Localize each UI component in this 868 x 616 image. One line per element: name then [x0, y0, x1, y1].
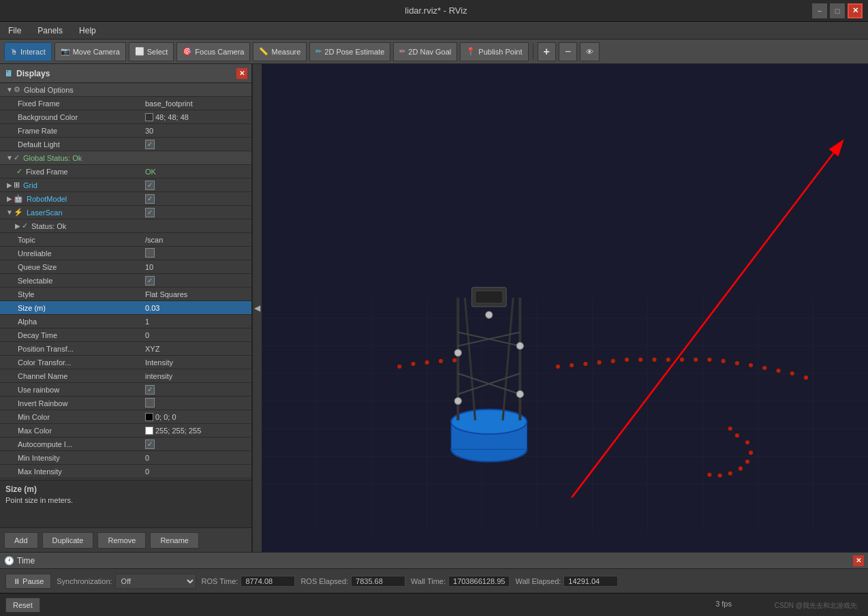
tree-row[interactable]: Background Color 48; 48; 48 [0, 110, 251, 124]
checkbox-laserscan[interactable] [145, 208, 155, 217]
tree-row[interactable]: Invert Rainbow [0, 397, 251, 410]
robot-icon: 🤖 [14, 194, 23, 203]
close-button[interactable]: ✕ [848, 3, 863, 18]
measure-icon: 📏 [259, 47, 268, 56]
panel-collapse-arrow[interactable]: ◀ [252, 64, 262, 552]
svg-point-38 [583, 362, 587, 366]
tree-row[interactable]: Min Color 0; 0; 0 [0, 410, 251, 424]
add-button[interactable]: Add [4, 532, 38, 549]
svg-point-41 [625, 358, 629, 362]
checkbox-invert-rainbow[interactable] [145, 398, 155, 407]
maximize-button[interactable]: □ [830, 3, 845, 18]
tree-row-size[interactable]: Size (m) 0.03 [0, 301, 251, 315]
menu-help[interactable]: Help [75, 25, 100, 37]
displays-close-button[interactable]: ✕ [236, 68, 247, 79]
toolbar-2d-nav[interactable]: ✏ 2D Nav Goal [393, 42, 457, 61]
tree-row[interactable]: Selectable [0, 274, 251, 288]
checkbox-autocompute[interactable] [145, 440, 155, 449]
tree-row[interactable]: Alpha 1 [0, 315, 251, 328]
svg-point-50 [749, 363, 753, 367]
clock-icon: 🕐 [4, 556, 14, 566]
toolbar-minus-icon[interactable]: − [559, 42, 577, 61]
3d-viewport[interactable] [262, 64, 868, 552]
tree-row[interactable]: Queue Size 10 [0, 260, 251, 274]
svg-point-58 [439, 359, 443, 363]
wall-elapsed-field: Wall Elapsed: 14291.04 [515, 576, 618, 587]
main-content: 🖥 Displays ✕ ▼ ⚙ Global Options Fixed Fr… [0, 64, 868, 552]
sync-label: Synchronization: [57, 577, 112, 585]
ros-time-field: ROS Time: 8774.08 [202, 576, 296, 587]
tree-row[interactable]: Channel Name intensity [0, 369, 251, 383]
tree-row[interactable]: Fixed Frame base_footprint [0, 97, 251, 110]
tree-row[interactable]: Style Flat Squares [0, 288, 251, 301]
gear-icon: ⚙ [14, 85, 20, 94]
menu-panels[interactable]: Panels [33, 25, 67, 37]
tree-row[interactable]: Unreliable [0, 247, 251, 260]
checkbox-selectable[interactable] [145, 276, 155, 286]
tree-row[interactable]: Decay Time 0 [0, 328, 251, 342]
checkbox-use-rainbow[interactable] [145, 385, 155, 395]
interact-icon: 🖱 [10, 48, 18, 56]
checkbox-unreliable[interactable] [145, 248, 155, 258]
tree-row[interactable]: Topic /scan [0, 233, 251, 247]
ros-time-value: 8774.08 [241, 576, 295, 587]
svg-point-32 [516, 343, 523, 350]
nav-icon: ✏ [399, 47, 405, 56]
tree-row[interactable]: ▼ ⚡ LaserScan [0, 206, 251, 219]
checkbox-default-light[interactable] [145, 140, 155, 149]
time-title: Time [17, 556, 35, 566]
tree-row[interactable]: ▼ ⚙ Global Options [0, 83, 251, 97]
toolbar-focus-camera[interactable]: 🎯 Focus Camera [176, 42, 250, 61]
time-panel-close[interactable]: ✕ [853, 555, 864, 566]
svg-point-39 [598, 360, 602, 365]
color-swatch [145, 113, 153, 121]
window-title: lidar.rviz* - RViz [60, 5, 812, 16]
pause-button[interactable]: ⏸ Pause [5, 574, 51, 589]
tree-row[interactable]: Frame Rate 30 [0, 124, 251, 138]
svg-rect-0 [262, 84, 868, 532]
tree-row[interactable]: Default Light [0, 138, 251, 151]
tree-row[interactable]: ✓ Fixed Frame OK [0, 165, 251, 179]
menu-file[interactable]: File [4, 25, 25, 37]
tree-container[interactable]: ▼ ⚙ Global Options Fixed Frame base_foot… [0, 83, 251, 480]
toolbar-select[interactable]: ⬜ Select [129, 42, 174, 61]
tree-row[interactable]: Color Transfor... Intensity [0, 356, 251, 369]
tree-row[interactable]: Max Color 255; 255; 255 [0, 424, 251, 437]
tree-row[interactable]: ▶ 🤖 RobotModel [0, 192, 251, 206]
svg-point-57 [425, 360, 429, 365]
rename-button[interactable]: Rename [150, 532, 199, 549]
svg-point-33 [486, 311, 493, 318]
duplicate-button[interactable]: Duplicate [42, 532, 94, 549]
displays-header: 🖥 Displays ✕ [0, 64, 251, 83]
toolbar-move-camera[interactable]: 📷 Move Camera [55, 42, 126, 61]
tree-row[interactable]: Max Intensity 0 [0, 465, 251, 478]
svg-point-65 [739, 467, 743, 471]
tree-row[interactable]: Min Intensity 0 [0, 451, 251, 465]
tree-row[interactable]: Autocompute I... [0, 437, 251, 451]
toolbar-publish-point[interactable]: 📍 Publish Point [460, 42, 528, 61]
svg-point-31 [454, 350, 461, 356]
description-text: Point size in meters. [5, 496, 246, 504]
svg-point-29 [454, 397, 461, 404]
toolbar-eye-icon[interactable]: 👁 [580, 42, 600, 61]
toolbar-measure[interactable]: 📏 Measure [253, 42, 307, 61]
toolbar-interact[interactable]: 🖱 Interact [4, 42, 52, 61]
tree-row[interactable]: ▶ ⊞ Grid [0, 179, 251, 192]
tree-row[interactable]: Use rainbow [0, 383, 251, 397]
toolbar-add-icon[interactable]: + [538, 42, 556, 61]
svg-point-42 [638, 358, 642, 362]
checkbox-grid[interactable] [145, 181, 155, 190]
reset-button[interactable]: Reset [5, 598, 40, 613]
checkbox-robotmodel[interactable] [145, 194, 155, 204]
wall-elapsed-label: Wall Elapsed: [515, 577, 561, 585]
remove-button[interactable]: Remove [97, 532, 146, 549]
tree-row[interactable]: Position Transf... XYZ [0, 342, 251, 356]
minimize-button[interactable]: − [812, 3, 827, 18]
focus-icon: 🎯 [183, 47, 192, 56]
tree-row[interactable]: ▶ ✓ Status: Ok [0, 219, 251, 233]
tree-row[interactable]: ▼ ✓ Global Status: Ok [0, 151, 251, 165]
svg-point-53 [790, 371, 794, 375]
svg-point-52 [776, 369, 780, 373]
toolbar-2d-pose[interactable]: ✏ 2D Pose Estimate [309, 42, 390, 61]
sync-select[interactable]: Off Approximate Time Exact Time [115, 574, 196, 589]
